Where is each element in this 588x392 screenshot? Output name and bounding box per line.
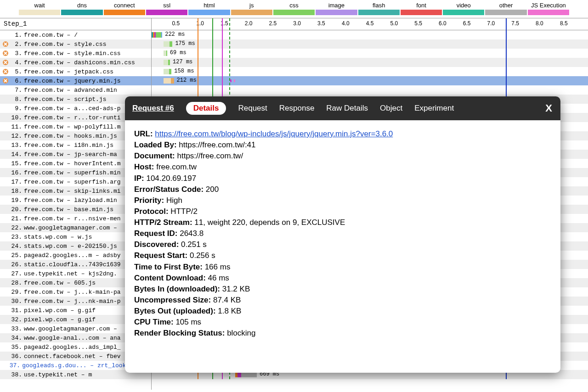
request-row[interactable]: 4.free.com.tw – dashicons.min.css	[0, 58, 151, 67]
legend-label: flash	[358, 2, 400, 9]
waterfall-track[interactable]: 158 ms	[152, 67, 588, 76]
axis-tick: 4.5	[366, 20, 374, 27]
modal-tab-experiment[interactable]: Experiment	[414, 104, 454, 113]
field-key: Uncompressed Size:	[134, 296, 213, 304]
request-row[interactable]: 3.free.com.tw – style.min.css	[0, 49, 151, 58]
request-row[interactable]: 5.free.com.tw – jetpack.css	[0, 67, 151, 76]
detail-field: Bytes Out (uploaded): 1.8 KB	[134, 306, 551, 317]
bar-segment	[164, 41, 170, 47]
row-label: www.google-anal...com – ana	[24, 335, 121, 342]
modal-body: URL: https://free.com.tw/blog/wp-include…	[125, 120, 560, 347]
legend-label: video	[442, 2, 485, 9]
row-number: 32.	[9, 316, 22, 323]
field-key: Content Download:	[134, 274, 208, 282]
bar-segment	[156, 32, 161, 38]
row-number: 30.	[9, 298, 22, 305]
bar-duration-label: 69 ms	[170, 50, 187, 56]
row-label: free.com.tw – hooks.min.js	[24, 133, 117, 140]
waterfall-track[interactable]: 69 ms	[152, 49, 588, 58]
timing-bar	[164, 50, 167, 56]
waterfall-track[interactable]: 212 ms	[152, 76, 588, 85]
row-label: free.com.tw – script.js	[24, 96, 106, 103]
field-key: Loaded By:	[134, 140, 179, 149]
legend-label: other	[485, 2, 527, 9]
row-number: 24.	[9, 243, 22, 250]
detail-field: Content Download: 46 ms	[134, 273, 551, 284]
bar-segment	[164, 60, 168, 65]
row-label: free.com.tw – lazyload.min	[24, 197, 117, 204]
legend-label: dns	[61, 2, 103, 9]
row-number: 11.	[9, 123, 22, 130]
field-key: URL:	[134, 129, 155, 138]
field-key: IP:	[134, 174, 146, 183]
bar-duration-label: 222 ms	[165, 31, 185, 38]
field-value: 11, weight 220, depends on 9, EXCLUSIVE	[194, 218, 345, 227]
field-key: Error/Status Code:	[134, 185, 206, 194]
legend-swatch	[528, 10, 569, 15]
modal-tab-response[interactable]: Response	[279, 104, 315, 113]
row-number: 18.	[9, 188, 22, 195]
bar-segment	[168, 60, 170, 65]
field-value: HTTP/2	[170, 207, 198, 216]
axis-tick: 0.5	[172, 20, 180, 27]
warning-icon	[2, 68, 9, 75]
row-number: 26.	[9, 261, 22, 268]
legend-swatch	[358, 10, 400, 15]
axis-tick: 4.0	[342, 20, 350, 27]
detail-field: Loaded By: https://free.com.tw/:41	[134, 140, 551, 151]
row-label: pixel.wp.com – g.gif	[24, 307, 96, 314]
waterfall-track[interactable]	[152, 85, 588, 95]
field-value: 104.20.69.197	[146, 174, 196, 183]
field-key: Bytes In (downloaded):	[134, 285, 222, 293]
row-label: use.typekit.net – m	[24, 371, 92, 378]
modal-tab-details[interactable]: Details	[186, 102, 226, 115]
legend-swatch	[146, 10, 187, 15]
row-number: 2.	[9, 41, 22, 48]
request-row[interactable]: 7.free.com.tw – advanced.min	[0, 85, 151, 95]
row-number: 6.	[9, 78, 22, 84]
bar-segment	[169, 69, 171, 74]
legend-label: connect	[103, 2, 146, 9]
row-number: 29.	[9, 289, 22, 296]
modal-tab-object[interactable]: Object	[380, 104, 402, 113]
axis-tick: 3.0	[293, 20, 301, 27]
detail-field: Error/Status Code: 200	[134, 184, 551, 195]
row-label: free.com.tw – i18n.min.js	[24, 142, 113, 149]
row-number: 33.	[9, 325, 22, 332]
row-label: free.com.tw – jetpack.css	[24, 68, 113, 75]
row-label: free.com.tw – j...nk-main-p	[24, 298, 121, 305]
modal-tab-raw-details[interactable]: Raw Details	[326, 104, 368, 113]
row-number: 17.	[9, 179, 22, 185]
axis-tick: 6.5	[463, 20, 471, 27]
time-axis: 0.51.01.52.02.53.03.54.04.55.05.56.06.57…	[152, 18, 588, 30]
waterfall-track[interactable]: 222 ms	[152, 30, 588, 39]
bar-duration-label: 127 ms	[173, 59, 192, 65]
row-label: www.googletagmanager.com –	[24, 325, 117, 332]
modal-tab-request[interactable]: Request	[238, 104, 267, 113]
detail-field: Request Start: 0.256 s	[134, 250, 551, 261]
field-link[interactable]: https://free.com.tw/blog/wp-includes/js/…	[155, 129, 393, 138]
field-value: https://free.com.tw/:41	[179, 140, 255, 149]
legend-label: css	[273, 2, 315, 9]
field-value: 46 ms	[208, 274, 229, 282]
bar-segment	[164, 78, 171, 84]
axis-tick: 8.0	[536, 20, 543, 27]
detail-field: Discovered: 0.251 s	[134, 239, 551, 250]
field-key: HTTP/2 Stream:	[134, 218, 194, 227]
waterfall-track[interactable]: 127 ms	[152, 58, 588, 67]
bar-duration-label: 158 ms	[174, 68, 194, 74]
request-row[interactable]: 1.free.com.tw – /	[0, 30, 151, 39]
close-icon[interactable]: X	[545, 102, 552, 114]
modal-header: Request #6 DetailsRequestResponseRaw Det…	[125, 96, 560, 120]
legend-swatch	[19, 10, 60, 15]
field-value: 2643.8	[180, 229, 204, 238]
axis-tick: 7.0	[487, 20, 495, 27]
waterfall-track[interactable]: 175 ms	[152, 39, 588, 49]
detail-field: Uncompressed Size: 87.4 KB	[134, 295, 551, 306]
row-label: free.com.tw – skip-links.mi	[24, 188, 121, 195]
request-row[interactable]: 6.free.com.tw – jquery.min.js	[0, 76, 151, 85]
legend-swatch	[273, 10, 315, 15]
detail-field: Bytes In (downloaded): 31.2 KB	[134, 284, 551, 295]
row-label: pagead2.googles...m – adsby	[24, 252, 121, 259]
request-row[interactable]: 2.free.com.tw – style.css	[0, 39, 151, 49]
